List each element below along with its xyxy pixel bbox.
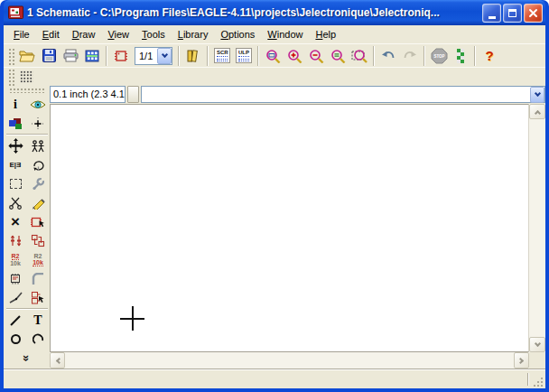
- sheet-selector-dropdown[interactable]: [157, 48, 172, 64]
- traffic-light-button[interactable]: [450, 45, 471, 67]
- minimize-button[interactable]: [482, 4, 501, 23]
- grid-button[interactable]: [16, 69, 36, 85]
- save-button[interactable]: [38, 45, 60, 67]
- circle-icon: [11, 334, 21, 344]
- run-script-button[interactable]: SCR: [211, 45, 233, 67]
- use-library-button[interactable]: [182, 45, 204, 67]
- redraw-button[interactable]: [327, 45, 349, 67]
- vertical-scrollbar[interactable]: [529, 104, 545, 352]
- arc-tool[interactable]: [28, 330, 49, 349]
- menu-draw[interactable]: Draw: [66, 27, 102, 42]
- chevron-up-icon: [534, 109, 540, 116]
- grid-toolbar: [4, 67, 545, 85]
- menu-file[interactable]: File: [7, 27, 36, 42]
- scroll-right-button[interactable]: [514, 352, 529, 369]
- cam-processor-button[interactable]: [81, 45, 103, 67]
- chevron-right-icon: [517, 357, 524, 363]
- split-tool[interactable]: [5, 288, 26, 307]
- zoom-out-button[interactable]: [305, 45, 327, 67]
- menu-tools[interactable]: Tools: [135, 27, 172, 42]
- eye-icon: [30, 99, 46, 110]
- horizontal-scrollbar[interactable]: [50, 352, 529, 369]
- crosshair-cursor: [120, 306, 144, 331]
- info-tool[interactable]: i: [5, 95, 26, 114]
- scroll-down-button[interactable]: [529, 337, 545, 352]
- open-button[interactable]: [16, 45, 38, 67]
- palette-drag-handle[interactable]: [8, 87, 46, 93]
- horizontal-scroll-track[interactable]: [65, 352, 514, 369]
- scroll-up-button[interactable]: [529, 104, 545, 119]
- smash-chip-icon: [8, 273, 23, 285]
- name-tool[interactable]: R2 10k: [5, 250, 26, 269]
- close-button[interactable]: [524, 4, 543, 23]
- run-ulp-button[interactable]: ULP: [233, 45, 255, 67]
- miter-tool[interactable]: [28, 269, 49, 288]
- minimize-icon: [489, 16, 496, 19]
- grid-toolbar-drag-handle[interactable]: [7, 68, 14, 86]
- chevron-more-icon: »: [20, 355, 33, 361]
- coordinate-display: 0.1 inch (2.3 4.1): [50, 86, 126, 103]
- menu-view[interactable]: View: [101, 27, 135, 42]
- resize-grip[interactable]: [529, 369, 545, 389]
- maximize-button[interactable]: [503, 4, 522, 23]
- sheet-selector[interactable]: 1/1: [135, 47, 172, 65]
- stop-button[interactable]: STOP: [428, 45, 450, 67]
- pinswap-tool[interactable]: [5, 231, 26, 250]
- smash-tool[interactable]: [5, 269, 26, 288]
- menu-options[interactable]: Options: [214, 27, 261, 42]
- text-tool[interactable]: T: [28, 311, 49, 330]
- move-tool[interactable]: [5, 136, 26, 155]
- show-tool[interactable]: [28, 95, 49, 114]
- undo-button[interactable]: [377, 45, 399, 67]
- gateswap-icon: [31, 234, 45, 247]
- command-assist-button[interactable]: [127, 86, 139, 103]
- redo-arrow-icon: [403, 50, 417, 61]
- gateswap-tool[interactable]: [28, 231, 49, 250]
- command-combo[interactable]: [141, 86, 545, 103]
- status-bar: [4, 369, 545, 388]
- paste-tool[interactable]: [28, 193, 49, 212]
- maximize-icon: [508, 9, 516, 17]
- menu-help[interactable]: Help: [309, 27, 342, 42]
- main-toolbar: 1/1 SCR ULP: [4, 43, 545, 67]
- change-tool[interactable]: [28, 174, 49, 193]
- rotate-tool[interactable]: [28, 155, 49, 174]
- title-bar[interactable]: 1 Schematic - C:\Program Files\EAGLE-4.1…: [4, 0, 545, 25]
- stop-label: STOP: [433, 54, 444, 59]
- invoke-tool[interactable]: [28, 288, 49, 307]
- zoom-fit-button[interactable]: [262, 45, 284, 67]
- mirror-tool[interactable]: E|Ǝ: [5, 155, 26, 174]
- print-button[interactable]: [60, 45, 81, 67]
- menu-window[interactable]: Window: [261, 27, 309, 42]
- editor-column: 0.1 inch (2.3 4.1): [50, 85, 545, 369]
- circle-tool[interactable]: [5, 330, 26, 349]
- redo-button[interactable]: [399, 45, 421, 67]
- copy-tool[interactable]: [28, 136, 49, 155]
- vertical-scroll-track[interactable]: [529, 119, 545, 337]
- board-button[interactable]: [110, 45, 132, 67]
- zoom-select-button[interactable]: [349, 45, 370, 67]
- cut-tool[interactable]: [5, 193, 26, 212]
- more-tools-button[interactable]: »: [16, 349, 37, 368]
- board-chip-icon: [114, 50, 128, 62]
- add-tool[interactable]: [28, 212, 49, 231]
- resize-grip-icon: [533, 377, 544, 387]
- help-button[interactable]: ?: [479, 45, 500, 67]
- mark-tool[interactable]: [28, 114, 49, 133]
- value-tool[interactable]: R2 10k: [28, 250, 49, 269]
- group-tool[interactable]: [5, 174, 26, 193]
- wire-tool[interactable]: [5, 311, 26, 330]
- command-input[interactable]: [142, 88, 530, 101]
- app-frame: File Edit Draw View Tools Library Option…: [4, 25, 545, 388]
- menu-library[interactable]: Library: [172, 27, 215, 42]
- delete-tool[interactable]: ×: [5, 212, 26, 231]
- toolbar-separator: [178, 46, 180, 66]
- command-dropdown-button[interactable]: [530, 87, 544, 103]
- scroll-left-button[interactable]: [50, 352, 65, 369]
- zoom-in-button[interactable]: [284, 45, 305, 67]
- pinswap-arrows-icon: [9, 234, 23, 247]
- display-tool[interactable]: [5, 114, 26, 133]
- menu-edit[interactable]: Edit: [36, 27, 66, 42]
- schematic-canvas[interactable]: [50, 104, 529, 352]
- toolbar-drag-handle[interactable]: [7, 47, 14, 65]
